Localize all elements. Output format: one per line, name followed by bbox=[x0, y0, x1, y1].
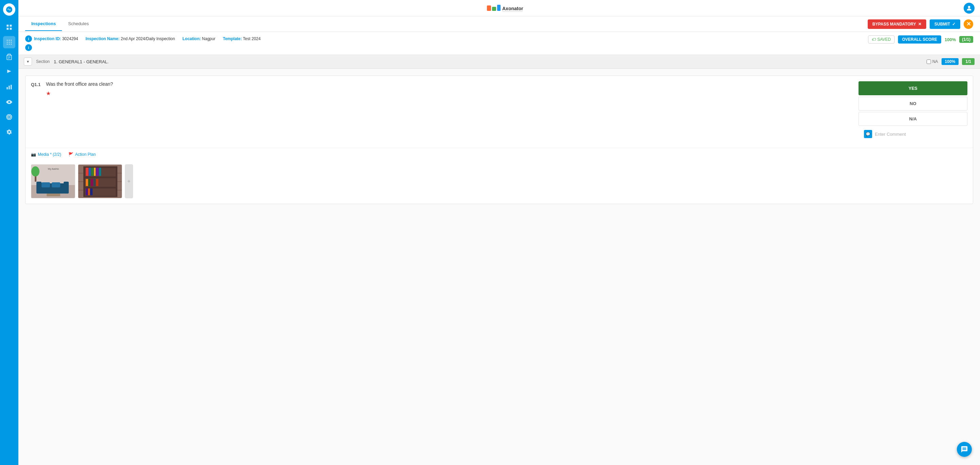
photo-bookshelf-img bbox=[78, 165, 122, 198]
photo-living-room-img: My Aashio bbox=[31, 165, 75, 198]
svg-rect-15 bbox=[8, 86, 10, 89]
media-action-link[interactable]: 📷 Media * (2/2) bbox=[31, 152, 63, 157]
answer-yes-button[interactable]: YES bbox=[859, 81, 967, 95]
svg-rect-61 bbox=[86, 189, 88, 195]
svg-point-10 bbox=[11, 42, 12, 43]
svg-rect-63 bbox=[90, 189, 92, 195]
overall-score-button[interactable]: OVERALL SCORE bbox=[898, 35, 941, 44]
photo-thumbnail-1[interactable]: My Aashio bbox=[31, 164, 75, 198]
svg-rect-33 bbox=[64, 182, 69, 194]
svg-rect-21 bbox=[487, 5, 491, 11]
tabs-right: BYPASS MANDATORY ✕ SUBMIT ✓ ✕ bbox=[868, 19, 973, 29]
svg-point-6 bbox=[9, 40, 10, 41]
target-icon[interactable] bbox=[3, 111, 15, 123]
svg-rect-4 bbox=[10, 28, 12, 30]
svg-rect-32 bbox=[37, 182, 41, 194]
svg-rect-48 bbox=[83, 166, 85, 197]
action-plan-link[interactable]: 🚩 Action Plan bbox=[68, 152, 96, 157]
flag-action-icon: 🚩 bbox=[68, 152, 73, 157]
na-checkbox-label[interactable]: NA bbox=[927, 59, 938, 64]
chat-button[interactable] bbox=[957, 442, 972, 457]
comment-icon: 💬 bbox=[864, 130, 872, 138]
svg-rect-56 bbox=[86, 179, 88, 186]
saved-badge: 🏷 SAVED bbox=[868, 35, 894, 44]
topbar-right bbox=[964, 3, 975, 14]
tab-schedules[interactable]: Schedules bbox=[62, 17, 95, 31]
comment-input[interactable]: Enter Comment bbox=[875, 132, 906, 137]
svg-rect-54 bbox=[96, 168, 99, 176]
sidebar-logo[interactable] bbox=[3, 3, 15, 16]
svg-rect-60 bbox=[96, 179, 98, 186]
photo-add-button[interactable]: + bbox=[125, 164, 133, 198]
location-field: Location: Nagpur bbox=[182, 37, 215, 41]
svg-rect-59 bbox=[94, 179, 95, 186]
svg-rect-55 bbox=[99, 168, 101, 176]
main-container: Axonator Inspections Schedules BYPASS MA… bbox=[18, 0, 980, 465]
svg-point-8 bbox=[7, 42, 8, 43]
svg-text:My Aashio: My Aashio bbox=[48, 168, 59, 170]
section-collapse-button[interactable]: ▾ bbox=[24, 57, 32, 66]
info-circle-icon-2: i bbox=[25, 44, 32, 51]
question-body: Was the front office area clean? ★ bbox=[46, 81, 853, 99]
photo-thumbnail-2[interactable] bbox=[78, 164, 122, 198]
eye-icon[interactable] bbox=[3, 96, 15, 108]
inspection-id-field: Inspection ID: 3024294 bbox=[34, 37, 78, 41]
section-name: 1. GENERAL1 - GENERAL. bbox=[54, 59, 923, 64]
svg-point-30 bbox=[31, 166, 40, 176]
svg-rect-2 bbox=[10, 25, 12, 27]
svg-rect-45 bbox=[83, 176, 118, 178]
user-avatar[interactable] bbox=[964, 3, 975, 14]
bypass-label: BYPASS MANDATORY bbox=[872, 22, 916, 27]
svg-point-20 bbox=[9, 117, 10, 118]
dots-grid-icon[interactable] bbox=[3, 36, 15, 48]
submit-label: SUBMIT bbox=[934, 22, 950, 27]
tabs-bar: Inspections Schedules BYPASS MANDATORY ✕… bbox=[18, 16, 980, 32]
na-checkbox-input[interactable] bbox=[927, 60, 931, 64]
template-field: Template: Test 2024 bbox=[223, 37, 261, 41]
svg-point-9 bbox=[9, 42, 10, 43]
comment-section: 💬 Enter Comment bbox=[859, 127, 967, 142]
topbar: Axonator bbox=[18, 0, 980, 16]
topbar-logo: Axonator bbox=[44, 3, 964, 13]
svg-rect-23 bbox=[497, 5, 501, 11]
gear-icon[interactable] bbox=[3, 126, 15, 138]
svg-rect-22 bbox=[492, 7, 496, 11]
svg-rect-51 bbox=[89, 168, 91, 176]
answer-panel: YES NO N/A 💬 Enter Comment bbox=[859, 81, 967, 142]
submit-button[interactable]: SUBMIT ✓ bbox=[930, 19, 960, 29]
bypass-icon: ✕ bbox=[918, 22, 921, 27]
chart-bar-icon[interactable] bbox=[3, 81, 15, 93]
svg-rect-1 bbox=[7, 25, 9, 27]
svg-rect-57 bbox=[89, 179, 90, 186]
bypass-mandatory-button[interactable]: BYPASS MANDATORY ✕ bbox=[868, 19, 926, 29]
svg-rect-49 bbox=[116, 166, 118, 197]
svg-point-17 bbox=[8, 102, 10, 103]
grid-icon[interactable] bbox=[3, 21, 15, 33]
section-score: 1/1 bbox=[962, 58, 975, 65]
svg-rect-52 bbox=[91, 168, 94, 176]
tab-inspections[interactable]: Inspections bbox=[25, 17, 62, 31]
svg-text:Axonator: Axonator bbox=[502, 6, 523, 11]
content-area: Q1.1 Was the front office area clean? ★ … bbox=[18, 69, 980, 465]
answer-na-button[interactable]: N/A bbox=[859, 112, 967, 126]
answer-no-button[interactable]: NO bbox=[859, 97, 967, 111]
svg-rect-46 bbox=[83, 187, 118, 189]
question-text: Was the front office area clean? bbox=[46, 81, 853, 87]
info-right: 🏷 SAVED OVERALL SCORE 100% (1/1) bbox=[868, 35, 973, 44]
svg-point-13 bbox=[11, 44, 12, 45]
info-bar: i Inspection ID: 3024294 Inspection Name… bbox=[18, 32, 980, 55]
score-fraction: (1/1) bbox=[959, 36, 973, 43]
photos-section: My Aashio bbox=[25, 161, 973, 204]
question-actions: 📷 Media * (2/2) 🚩 Action Plan bbox=[25, 148, 973, 161]
question-number: Q1.1 bbox=[31, 81, 40, 87]
svg-rect-47 bbox=[83, 196, 118, 197]
svg-rect-35 bbox=[52, 183, 60, 187]
flag-icon[interactable] bbox=[3, 66, 15, 78]
question-star: ★ bbox=[46, 90, 853, 97]
svg-rect-50 bbox=[86, 168, 89, 176]
svg-rect-3 bbox=[7, 28, 9, 30]
svg-point-11 bbox=[7, 44, 8, 45]
info-circle-icon: i bbox=[25, 35, 32, 42]
clipboard-icon[interactable] bbox=[3, 51, 15, 63]
close-button[interactable]: ✕ bbox=[964, 19, 973, 29]
